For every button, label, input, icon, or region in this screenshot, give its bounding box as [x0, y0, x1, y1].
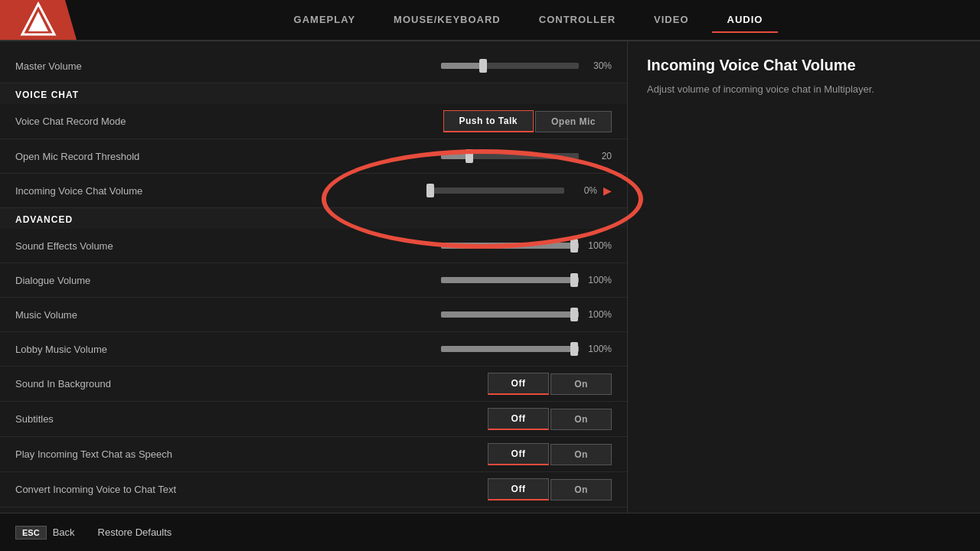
open-mic-threshold-slider[interactable]: [441, 153, 579, 159]
play-incoming-text-chat-row: Play Incoming Text Chat as Speech Off On: [0, 437, 627, 472]
play-incoming-text-chat-off-btn[interactable]: Off: [488, 443, 549, 465]
open-mic-threshold-label: Open Mic Record Threshold: [15, 151, 441, 162]
master-volume-value: 30%: [585, 60, 612, 71]
info-panel: Incoming Voice Chat Volume Adjust volume…: [628, 41, 980, 513]
settings-panel: Master Volume 30% VOICE CHAT Voice Chat …: [0, 41, 628, 513]
incoming-voice-volume-thumb[interactable]: [426, 184, 434, 197]
music-volume-thumb[interactable]: [570, 308, 578, 321]
sound-in-background-row: Sound In Background Off On: [0, 367, 627, 402]
back-label: Back: [53, 527, 75, 538]
main-content: Master Volume 30% VOICE CHAT Voice Chat …: [0, 41, 980, 513]
sound-effects-volume-fill: [441, 243, 579, 249]
convert-incoming-voice-on-btn[interactable]: On: [550, 479, 612, 500]
open-mic-threshold-row: Open Mic Record Threshold 20: [0, 139, 627, 174]
play-incoming-text-chat-control: Off On: [488, 443, 612, 465]
sound-effects-volume-value: 100%: [585, 240, 612, 251]
sound-in-background-on-btn[interactable]: On: [550, 373, 612, 395]
subtitles-control: Off On: [488, 408, 612, 430]
dialogue-volume-thumb[interactable]: [570, 273, 578, 287]
master-volume-control: 30%: [441, 60, 612, 71]
tab-video[interactable]: VIDEO: [639, 8, 704, 33]
lobby-music-volume-value: 100%: [585, 344, 612, 354]
open-mic-threshold-thumb[interactable]: [466, 149, 473, 163]
lobby-music-volume-slider[interactable]: [441, 346, 579, 352]
master-volume-label: Master Volume: [15, 60, 441, 72]
push-to-talk-btn[interactable]: Push to Talk: [443, 110, 534, 132]
music-volume-slider[interactable]: [441, 311, 579, 318]
voice-chat-record-mode-control: Push to Talk Open Mic: [443, 110, 612, 132]
sound-in-background-label: Sound In Background: [15, 378, 488, 390]
sound-effects-volume-slider[interactable]: [441, 243, 579, 249]
sound-effects-volume-control: 100%: [441, 240, 612, 251]
convert-incoming-voice-off-btn[interactable]: Off: [488, 478, 549, 500]
tab-controller[interactable]: CONTROLLER: [524, 8, 631, 33]
play-incoming-text-chat-label: Play Incoming Text Chat as Speech: [15, 448, 488, 460]
back-action[interactable]: ESC Back: [15, 526, 75, 540]
nav-tabs: GAMEPLAY MOUSE/KEYBOARD CONTROLLER VIDEO…: [77, 8, 980, 33]
incoming-voice-volume-control: 0% ▶: [426, 184, 612, 197]
music-volume-label: Music Volume: [15, 309, 441, 321]
master-volume-fill: [441, 63, 482, 69]
voice-chat-record-mode-row: Voice Chat Record Mode Push to Talk Open…: [0, 104, 627, 139]
open-mic-threshold-value: 20: [585, 151, 612, 161]
master-volume-slider[interactable]: [441, 63, 579, 69]
incoming-voice-volume-slider[interactable]: [426, 187, 564, 194]
info-desc: Adjust volume of incoming voice chat in …: [647, 82, 961, 97]
dialogue-volume-slider[interactable]: [441, 277, 579, 283]
master-volume-row: Master Volume 30%: [0, 49, 627, 83]
restore-defaults-label: Restore Defaults: [98, 527, 172, 538]
sound-in-background-control: Off On: [488, 373, 612, 395]
music-volume-fill: [441, 311, 579, 318]
convert-incoming-voice-label: Convert Incoming Voice to Chat Text: [15, 484, 488, 495]
svg-marker-1: [28, 11, 48, 31]
subtitles-off-btn[interactable]: Off: [488, 408, 549, 430]
convert-incoming-voice-control: Off On: [488, 478, 612, 500]
info-title: Incoming Voice Chat Volume: [647, 57, 961, 74]
tab-mouse-keyboard[interactable]: MOUSE/KEYBOARD: [378, 8, 516, 33]
voice-chat-section-header: VOICE CHAT: [0, 83, 627, 104]
subtitles-label: Subtitles: [15, 413, 488, 425]
tab-gameplay[interactable]: GAMEPLAY: [279, 8, 371, 33]
music-volume-value: 100%: [585, 309, 612, 320]
open-mic-btn[interactable]: Open Mic: [535, 111, 612, 132]
music-volume-control: 100%: [441, 309, 612, 320]
lobby-music-volume-thumb[interactable]: [570, 342, 578, 356]
dialogue-volume-label: Dialogue Volume: [15, 275, 441, 286]
lobby-music-volume-row: Lobby Music Volume 100%: [0, 332, 627, 367]
sound-in-background-off-btn[interactable]: Off: [488, 373, 549, 395]
sound-effects-volume-label: Sound Effects Volume: [15, 240, 441, 252]
incoming-voice-volume-arrow-icon[interactable]: ▶: [603, 184, 612, 197]
open-mic-threshold-control: 20: [441, 151, 612, 161]
incoming-voice-volume-row: Incoming Voice Chat Volume 0% ▶: [0, 174, 627, 208]
play-incoming-text-chat-on-btn[interactable]: On: [550, 444, 612, 465]
subtitles-on-btn[interactable]: On: [550, 409, 612, 430]
tab-audio[interactable]: AUDIO: [712, 8, 779, 33]
dialogue-volume-value: 100%: [585, 275, 612, 285]
dialogue-volume-row: Dialogue Volume 100%: [0, 263, 627, 298]
music-volume-row: Music Volume 100%: [0, 298, 627, 332]
sound-effects-volume-thumb[interactable]: [570, 239, 578, 253]
sound-effects-volume-row: Sound Effects Volume 100%: [0, 229, 627, 263]
bottom-bar: ESC Back Restore Defaults: [0, 513, 980, 551]
apex-logo-icon: [19, 1, 57, 39]
lobby-music-volume-control: 100%: [441, 344, 612, 354]
esc-key-badge: ESC: [15, 526, 47, 540]
voice-chat-record-mode-label: Voice Chat Record Mode: [15, 116, 443, 127]
top-nav: GAMEPLAY MOUSE/KEYBOARD CONTROLLER VIDEO…: [0, 0, 980, 41]
convert-incoming-voice-row: Convert Incoming Voice to Chat Text Off …: [0, 472, 627, 507]
incoming-voice-volume-value: 0%: [570, 185, 597, 196]
advanced-section-header: ADVANCED: [0, 208, 627, 229]
open-mic-threshold-fill: [441, 153, 469, 159]
restore-defaults-action[interactable]: Restore Defaults: [98, 527, 172, 538]
lobby-music-volume-fill: [441, 346, 579, 352]
master-volume-thumb[interactable]: [479, 59, 487, 73]
lobby-music-volume-label: Lobby Music Volume: [15, 344, 441, 355]
logo-area: [0, 0, 77, 40]
incoming-voice-volume-label: Incoming Voice Chat Volume: [15, 185, 426, 197]
dialogue-volume-control: 100%: [441, 275, 612, 285]
dialogue-volume-fill: [441, 277, 579, 283]
subtitles-row: Subtitles Off On: [0, 402, 627, 437]
